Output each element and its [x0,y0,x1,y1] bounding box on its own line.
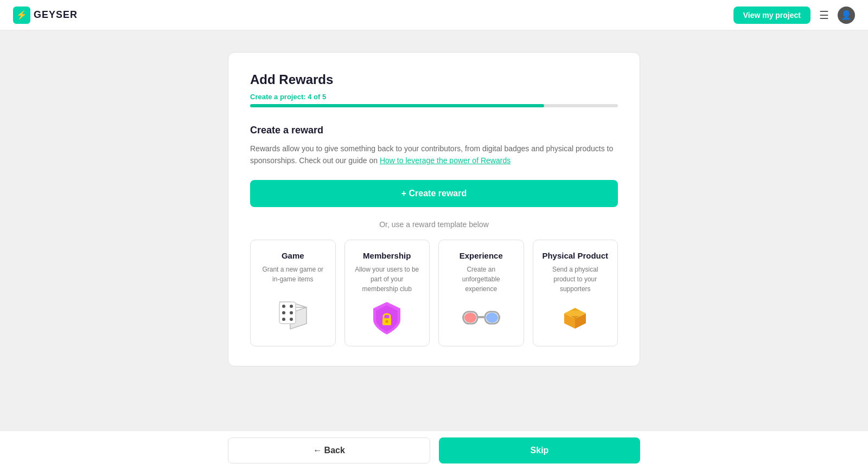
skip-button[interactable]: Skip [439,437,640,463]
template-membership-title: Membership [363,251,411,260]
logo-icon: ⚡ [13,7,30,24]
header: ⚡ GEYSER View my project ☰ 👤 [0,0,868,30]
template-physical-title: Physical Product [542,251,608,260]
view-project-button[interactable]: View my project [733,7,810,24]
svg-point-5 [282,311,285,314]
template-experience-title: Experience [459,251,503,260]
template-game-title: Game [282,251,304,260]
svg-rect-2 [279,302,296,324]
hamburger-icon[interactable]: ☰ [819,9,829,22]
svg-point-6 [290,311,293,314]
svg-point-3 [282,305,285,308]
templates-grid: Game Grant a new game or in-game items [250,240,618,346]
svg-rect-11 [477,316,485,318]
section-title: Create a reward [250,125,618,136]
game-icon [277,299,309,332]
progress-bar-fill [250,104,544,107]
svg-point-10 [386,320,388,323]
template-membership-desc: Allow your users to be part of your memb… [354,265,421,294]
rewards-guide-link[interactable]: How to leverage the power of Rewards [380,156,510,165]
section-desc: Rewards allow you to give something back… [250,143,618,167]
add-rewards-card: Add Rewards Create a project: 4 of 5 Cre… [228,52,640,366]
back-button[interactable]: ← Back [228,437,430,463]
progress-bar-container [250,104,618,107]
svg-rect-14 [464,313,476,323]
svg-point-8 [290,318,293,321]
svg-rect-15 [486,313,498,323]
template-card-membership[interactable]: Membership Allow your users to be part o… [344,240,430,346]
logo-text: GEYSER [34,9,78,21]
progress-label: Create a project: 4 of 5 [250,93,618,101]
template-card-experience[interactable]: Experience Create an unforgettable exper… [438,240,524,346]
experience-icon [462,302,500,335]
template-physical-desc: Send a physical product to your supporte… [542,265,609,294]
svg-marker-22 [571,308,579,311]
physical-icon [559,302,591,335]
create-reward-button[interactable]: + Create reward [250,180,618,207]
logo: ⚡ GEYSER [13,7,78,24]
avatar[interactable]: 👤 [838,7,855,24]
page-title: Add Rewards [250,72,618,87]
footer: ← Back Skip [0,430,868,470]
membership-icon [371,302,403,335]
template-game-desc: Grant a new game or in-game items [259,265,327,291]
header-right: View my project ☰ 👤 [733,7,855,24]
svg-point-7 [282,318,285,321]
or-divider: Or, use a reward template below [250,220,618,229]
template-experience-desc: Create an unforgettable experience [448,265,515,294]
svg-point-4 [290,305,293,308]
template-card-game[interactable]: Game Grant a new game or in-game items [250,240,336,346]
footer-inner: ← Back Skip [228,437,640,463]
template-card-physical[interactable]: Physical Product Send a physical product… [533,240,618,346]
main-content: Add Rewards Create a project: 4 of 5 Cre… [0,30,868,421]
